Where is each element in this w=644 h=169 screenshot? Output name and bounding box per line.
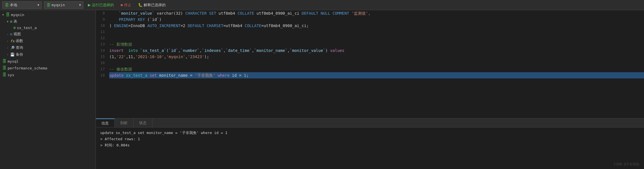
explain-label: 解释已选择的 xyxy=(144,3,166,8)
line-content: `monitor_value` varchar(32) CHARACTER SE… xyxy=(109,10,644,16)
sidebar-sys-label: sys xyxy=(8,73,14,77)
sidebar-myqxin-label: myqxin xyxy=(11,13,24,17)
backup-icon: 💾 xyxy=(10,52,15,57)
query-icon: 🔎 xyxy=(10,46,15,50)
line-content: update sx_test_a set monitor_name = '子非我… xyxy=(109,72,644,78)
stop-button[interactable]: ■ 停止 xyxy=(118,1,134,9)
code-line: 11 xyxy=(96,29,644,35)
line-number: 17 xyxy=(96,66,109,72)
db-dropdown-arrow: ▼ xyxy=(79,3,81,6)
db-label: myqxin xyxy=(52,3,65,7)
line-number: 11 xyxy=(96,29,109,35)
view-icon: ⊡ xyxy=(10,32,12,36)
result-sql: update sx_test_a set monitor_name = '子非我… xyxy=(100,130,639,136)
result-time: > 时间: 0.004s xyxy=(100,142,639,148)
run-icon: ▶ xyxy=(88,3,91,7)
line-number: 18 xyxy=(96,72,109,78)
local-dropdown-arrow: ▼ xyxy=(37,3,39,6)
tab-profiling-label: 剖析 xyxy=(120,120,128,126)
code-line: 9 PRIMARY KEY (`id`) xyxy=(96,16,644,23)
stop-icon: ■ xyxy=(121,3,123,7)
code-editor[interactable]: 8 `monitor_value` varchar(32) CHARACTER … xyxy=(96,10,644,118)
line-content: (1,'22',11,'2021-10-10','myqxin','23423'… xyxy=(109,54,644,60)
chevron-right-icon: › xyxy=(7,46,8,49)
db-perf-icon: 🗄 xyxy=(2,65,6,71)
chevron-down-icon: ▼ xyxy=(7,20,8,23)
local-label: 本地 xyxy=(10,3,17,8)
db-selector[interactable]: 🗄 myqxin ▼ xyxy=(44,1,83,9)
sidebar-functions-label: 函数 xyxy=(16,38,23,43)
code-line: 15(1,'22',11,'2021-10-10','myqxin','2342… xyxy=(96,54,644,60)
sidebar-item-queries[interactable]: › 🔎 查询 xyxy=(0,44,96,51)
code-line: 17-- 修改数据 xyxy=(96,66,644,72)
bottom-panel: 信息 剖析 状态 update sx_test_a set monitor_na… xyxy=(96,118,644,169)
line-number: 8 xyxy=(96,10,109,16)
line-content: insert into `sx_test_a`(`id`,`number`,`i… xyxy=(109,47,644,54)
bottom-content: update sx_test_a set monitor_name = '子非我… xyxy=(96,128,644,169)
code-line: 10) ENGINE=InnoDB AUTO_INCREMENT=2 DEFAU… xyxy=(96,23,644,29)
line-number: 14 xyxy=(96,47,109,54)
tab-status-label: 状态 xyxy=(139,120,146,126)
explain-button[interactable]: 🐛 解释已选择的 xyxy=(136,1,168,9)
code-line: 8 `monitor_value` varchar(32) CHARACTER … xyxy=(96,10,644,16)
tab-info-label: 信息 xyxy=(101,121,109,126)
line-number: 12 xyxy=(96,35,109,41)
line-number: 13 xyxy=(96,41,109,47)
tab-profiling[interactable]: 剖析 xyxy=(115,118,134,127)
stop-label: 停止 xyxy=(124,3,131,8)
chevron-right-icon: › xyxy=(7,39,8,43)
table-folder-icon: ⊞ xyxy=(10,19,12,24)
tab-info[interactable]: 信息 xyxy=(96,118,115,127)
editor-area: 8 `monitor_value` varchar(32) CHARACTER … xyxy=(96,10,644,169)
db-mysql-icon: 🗄 xyxy=(2,59,6,64)
sidebar-item-functions[interactable]: › fx 函数 xyxy=(0,38,96,44)
sidebar-item-mysql[interactable]: 🗄 mysql xyxy=(0,58,96,65)
run-label: 运行已选择的 xyxy=(92,3,114,8)
code-line: 12 xyxy=(96,35,644,41)
sidebar-item-sx-test-a[interactable]: ⊞ sx_test_a xyxy=(0,25,96,31)
run-button[interactable]: ▶ 运行已选择的 xyxy=(86,1,116,9)
sidebar-backups-label: 备份 xyxy=(16,52,23,57)
line-number: 10 xyxy=(96,23,109,29)
toolbar: 🗄 本地 ▼ 🗄 myqxin ▼ ▶ 运行已选择的 ■ 停止 🐛 解释已选择的 xyxy=(0,0,644,10)
func-icon: fx xyxy=(10,39,15,43)
local-db-icon: 🗄 xyxy=(5,3,9,7)
sidebar-item-backups[interactable]: › 💾 备份 xyxy=(0,51,96,58)
sidebar-item-performance-schema[interactable]: 🗄 performance_schema xyxy=(0,65,96,71)
sidebar: ▼ 🗄 myqxin ▼ ⊞ 表 ⊞ sx_test_a › ⊡ 视图 › fx… xyxy=(0,10,96,169)
code-line: 16 xyxy=(96,60,644,66)
explain-icon: 🐛 xyxy=(138,3,143,7)
local-selector[interactable]: 🗄 本地 ▼ xyxy=(2,1,42,9)
chevron-right-icon: › xyxy=(7,33,8,36)
code-line: 14insert into `sx_test_a`(`id`,`number`,… xyxy=(96,47,644,54)
line-content: -- 修改数据 xyxy=(109,66,644,72)
line-content: PRIMARY KEY (`id`) xyxy=(109,16,644,23)
chevron-down-icon: ▼ xyxy=(2,13,4,16)
sidebar-views-label: 视图 xyxy=(14,32,21,37)
sidebar-performance-schema-label: performance_schema xyxy=(8,66,47,70)
sidebar-sx-test-a-label: sx_test_a xyxy=(17,26,37,30)
tab-status[interactable]: 状态 xyxy=(134,118,152,127)
line-number: 15 xyxy=(96,54,109,60)
sidebar-mysql-label: mysql xyxy=(8,59,19,63)
line-number: 9 xyxy=(96,16,109,23)
table-icon: ⊞ xyxy=(14,26,16,30)
line-number: 16 xyxy=(96,60,109,66)
result-affected: > Affected rows: 1 xyxy=(100,136,639,142)
line-content: -- 新增数据 xyxy=(109,41,644,47)
db-sys-icon: 🗄 xyxy=(2,72,6,77)
chevron-right-icon: › xyxy=(7,53,8,56)
sidebar-item-myqxin[interactable]: ▼ 🗄 myqxin xyxy=(0,11,96,18)
code-line: 13-- 新增数据 xyxy=(96,41,644,47)
sidebar-queries-label: 查询 xyxy=(16,45,23,50)
db-icon: 🗄 xyxy=(46,3,50,7)
sidebar-item-sys[interactable]: 🗄 sys xyxy=(0,71,96,78)
main-content: ▼ 🗄 myqxin ▼ ⊞ 表 ⊞ sx_test_a › ⊡ 视图 › fx… xyxy=(0,10,644,169)
line-content: ) ENGINE=InnoDB AUTO_INCREMENT=2 DEFAULT… xyxy=(109,23,644,29)
sidebar-tables-label: 表 xyxy=(14,19,17,24)
sidebar-item-views[interactable]: › ⊡ 视图 xyxy=(0,31,96,38)
code-line: 18update sx_test_a set monitor_name = '子… xyxy=(96,72,644,78)
db-main-icon: 🗄 xyxy=(6,12,10,17)
sidebar-item-tables[interactable]: ▼ ⊞ 表 xyxy=(0,18,96,25)
bottom-tabs: 信息 剖析 状态 xyxy=(96,118,644,128)
